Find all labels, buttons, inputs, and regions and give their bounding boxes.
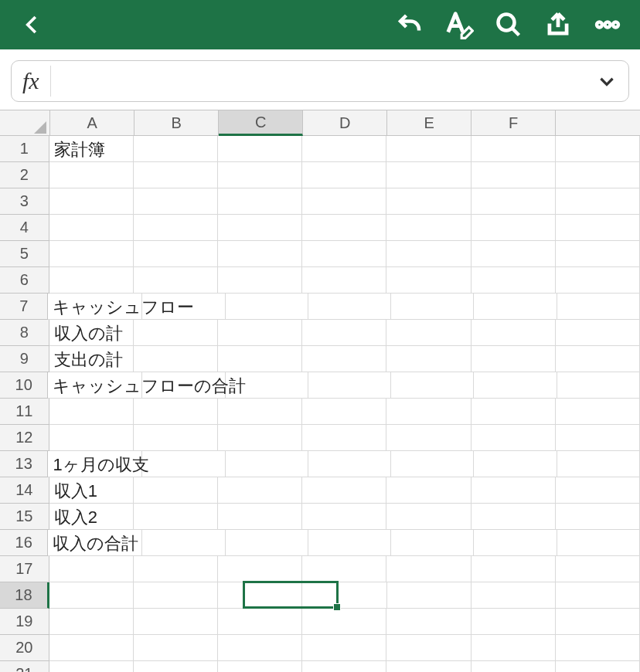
cell-F9[interactable] [471,346,556,372]
cell-F19[interactable] [471,609,556,635]
cell-B2[interactable] [134,162,218,188]
cell-B12[interactable] [134,425,218,451]
cell-A20[interactable] [49,635,134,661]
cell-C16[interactable] [226,530,308,556]
cell-C18[interactable] [218,582,302,609]
cell-E13[interactable] [391,451,474,477]
cell-E11[interactable] [386,399,471,425]
row-header-9[interactable]: 9 [0,346,49,372]
cell-B5[interactable] [134,241,218,267]
cell-F20[interactable] [471,635,556,661]
cell-A1[interactable]: 家計簿 [49,136,134,162]
cell-F10[interactable] [474,372,557,399]
cell-B4[interactable] [134,215,218,241]
undo-button[interactable] [385,0,434,49]
cell-E19[interactable] [386,609,471,635]
cell-A11[interactable] [49,399,134,425]
cell-D9[interactable] [302,346,386,372]
cell-G16[interactable] [557,530,640,556]
cell-F1[interactable] [471,136,556,162]
col-header-C[interactable]: C [219,110,303,136]
cell-G9[interactable] [556,346,640,372]
cell-F2[interactable] [471,162,556,188]
cell-D3[interactable] [302,188,386,215]
cell-D18[interactable] [302,582,386,609]
cell-G1[interactable] [556,136,640,162]
cell-D6[interactable] [302,267,386,294]
cell-G14[interactable] [556,477,640,504]
cell-E18[interactable] [387,582,471,609]
cell-E5[interactable] [386,241,471,267]
cell-A13[interactable]: 1ヶ月の収支 [48,451,142,477]
cell-E20[interactable] [386,635,471,661]
cell-E10[interactable] [391,372,474,399]
cell-E3[interactable] [386,188,471,215]
row-header-16[interactable]: 16 [0,530,48,556]
cell-F12[interactable] [471,425,556,451]
cell-A7[interactable]: キャッシュフロー [48,294,142,320]
cell-G15[interactable] [556,504,640,530]
cell-G20[interactable] [556,635,640,661]
cell-A9[interactable]: 支出の計 [49,346,134,372]
cell-A16[interactable]: 収入の合計 [48,530,142,556]
cell-A10[interactable]: キャッシュフローの合計 [48,372,142,399]
cell-A18[interactable] [49,582,134,609]
cell-D4[interactable] [302,215,386,241]
cell-F7[interactable] [474,294,557,320]
cell-B8[interactable] [134,320,218,346]
row-header-11[interactable]: 11 [0,399,49,425]
row-header-7[interactable]: 7 [0,294,48,320]
cell-G11[interactable] [556,399,640,425]
cell-G4[interactable] [556,215,640,241]
cell-G19[interactable] [556,609,640,635]
row-header-15[interactable]: 15 [0,504,49,530]
cell-B14[interactable] [134,477,218,504]
row-header-3[interactable]: 3 [0,188,49,215]
col-header-D[interactable]: D [303,110,387,135]
cell-F18[interactable] [471,582,556,609]
cell-F13[interactable] [474,451,557,477]
more-button[interactable] [583,0,632,49]
row-header-2[interactable]: 2 [0,162,49,188]
col-header-extra[interactable] [556,110,640,135]
font-edit-button[interactable] [434,0,484,49]
cell-G3[interactable] [556,188,640,215]
row-header-10[interactable]: 10 [0,372,48,399]
cell-A6[interactable] [49,267,134,294]
col-header-B[interactable]: B [134,110,219,135]
cell-A2[interactable] [49,162,134,188]
cell-A12[interactable] [49,425,134,451]
row-header-18[interactable]: 18 [0,582,49,609]
cell-B16[interactable] [142,530,225,556]
cell-D5[interactable] [302,241,386,267]
cell-C11[interactable] [218,399,302,425]
row-header-8[interactable]: 8 [0,320,49,346]
cell-B11[interactable] [134,399,218,425]
cell-E14[interactable] [386,477,471,504]
cell-C1[interactable] [218,136,302,162]
back-button[interactable] [8,0,57,49]
cell-G7[interactable] [557,294,640,320]
cell-G8[interactable] [556,320,640,346]
cell-C14[interactable] [218,477,302,504]
cell-E7[interactable] [391,294,474,320]
cell-B17[interactable] [134,556,218,582]
cell-A3[interactable] [49,188,134,215]
cell-D12[interactable] [302,425,386,451]
formula-bar[interactable]: fx [11,60,629,102]
row-header-14[interactable]: 14 [0,477,49,504]
cell-E21[interactable] [386,661,471,672]
cell-G2[interactable] [556,162,640,188]
row-header-12[interactable]: 12 [0,425,49,451]
cell-D8[interactable] [302,320,386,346]
cell-B1[interactable] [134,136,218,162]
share-button[interactable] [533,0,583,49]
cell-C19[interactable] [218,609,302,635]
cell-G21[interactable] [556,661,640,672]
cell-E9[interactable] [386,346,471,372]
cell-D16[interactable] [308,530,391,556]
cell-F5[interactable] [471,241,556,267]
cell-E1[interactable] [386,136,471,162]
cell-G13[interactable] [557,451,640,477]
cell-F17[interactable] [471,556,556,582]
